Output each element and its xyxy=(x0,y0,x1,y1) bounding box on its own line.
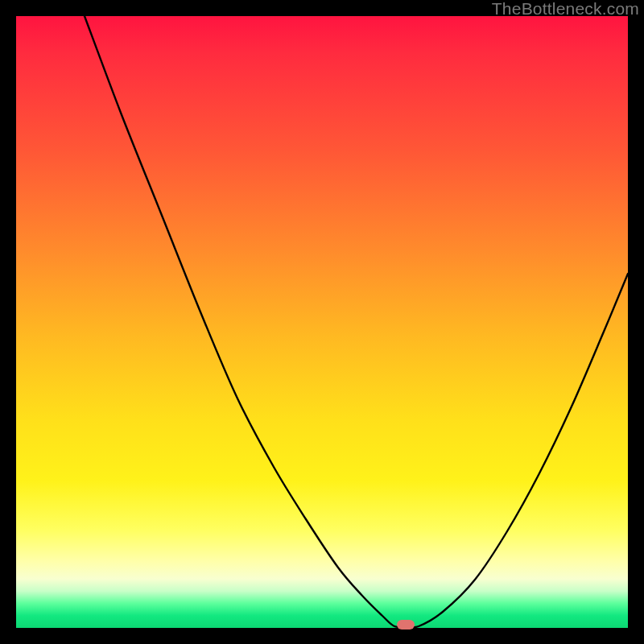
watermark-text: TheBottleneck.com xyxy=(492,0,639,18)
bottleneck-curve xyxy=(16,16,628,628)
minimum-marker xyxy=(397,620,415,630)
plot-area xyxy=(16,16,628,628)
chart-frame: TheBottleneck.com xyxy=(0,0,644,644)
